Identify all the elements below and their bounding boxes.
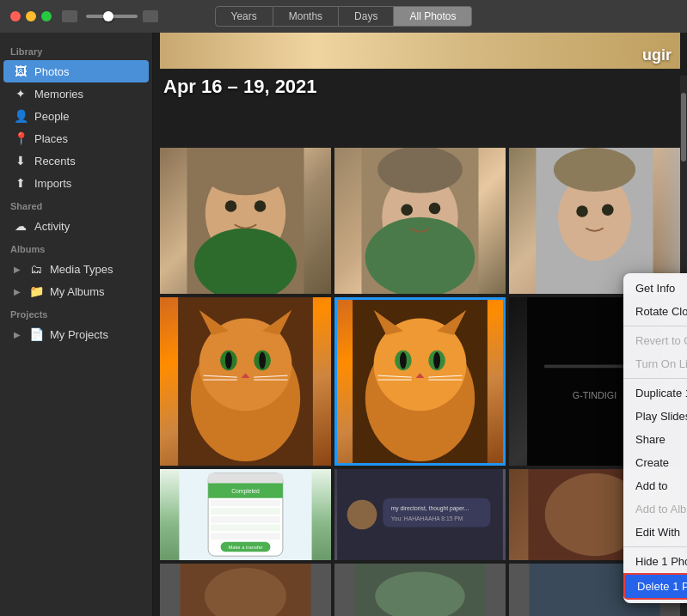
menu-separator-2 <box>623 378 687 379</box>
svg-point-26 <box>259 352 266 369</box>
fullscreen-button[interactable] <box>41 11 52 21</box>
sidebar: Library 🖼 Photos ✦ Memories 👤 People 📍 P… <box>0 33 153 616</box>
svg-rect-58 <box>211 533 280 540</box>
menu-item-play-slideshow[interactable]: Play Slideshow <box>623 405 687 428</box>
library-section-label: Library <box>0 40 152 60</box>
svg-point-25 <box>225 352 232 369</box>
svg-rect-55 <box>211 508 280 515</box>
photo-baby-1[interactable] <box>160 148 331 294</box>
my-albums-icon: 📁 <box>29 284 43 298</box>
close-button[interactable] <box>10 11 21 21</box>
svg-point-3 <box>225 200 237 212</box>
svg-point-62 <box>347 500 377 530</box>
photo-phone-screenshot[interactable]: Completed Make a transfer <box>160 469 331 560</box>
svg-text:Completed: Completed <box>231 488 260 495</box>
sidebar-item-places[interactable]: 📍 Places <box>3 127 149 149</box>
menu-item-edit-with[interactable]: Edit With ▶ <box>623 521 687 544</box>
people-icon: 👤 <box>14 109 28 123</box>
sidebar-item-my-projects[interactable]: ▶ 📄 My Projects <box>3 323 149 345</box>
zoom-track[interactable] <box>86 15 138 18</box>
menu-item-share[interactable]: Share ▶ <box>623 428 687 451</box>
menu-separator-3 <box>623 546 687 547</box>
bottom-row <box>153 560 687 616</box>
menu-separator-1 <box>623 326 687 326</box>
sidebar-item-activity[interactable]: ☁ Activity <box>3 215 149 237</box>
menu-item-revert-to-original: Revert to Original <box>623 329 687 352</box>
zoom-slider-container <box>86 15 138 18</box>
menu-item-add-to-album: Add to Album <box>623 497 687 521</box>
sidebar-item-photos[interactable]: 🖼 Photos <box>3 60 149 82</box>
sidebar-item-my-albums-label: My Albums <box>50 285 105 298</box>
photo-baby-2[interactable] <box>334 148 506 294</box>
sidebar-item-media-types[interactable]: ▶ 🗂 Media Types <box>3 258 149 280</box>
menu-item-duplicate[interactable]: Duplicate 1 Photo <box>623 381 687 405</box>
sidebar-item-people-label: People <box>34 110 69 123</box>
content-area: ugir Apr 16 – 19, 2021 <box>153 33 687 616</box>
second-row: G-TINDIGI <box>153 294 687 466</box>
tab-years[interactable]: Years <box>215 6 273 27</box>
sidebar-item-memories[interactable]: ✦ Memories <box>3 82 149 105</box>
photo-bottom-1[interactable] <box>160 564 331 616</box>
sidebar-item-imports[interactable]: ⬆ Imports <box>3 172 149 194</box>
svg-rect-54 <box>211 500 280 507</box>
photo-chat[interactable]: my directorist, thought paper... You: HA… <box>334 469 506 560</box>
photo-bottom-2[interactable] <box>334 564 506 616</box>
svg-point-8 <box>401 204 413 216</box>
tab-days[interactable]: Days <box>339 6 394 27</box>
menu-item-rotate-clockwise[interactable]: Rotate Clockwise <box>623 300 687 323</box>
menu-item-hide-1-photo[interactable]: Hide 1 Photo <box>623 550 687 573</box>
places-icon: 📍 <box>14 131 28 145</box>
photos-icon: 🖼 <box>14 64 28 78</box>
sidebar-item-people[interactable]: 👤 People <box>3 105 149 127</box>
shared-section-label: Shared <box>0 194 152 215</box>
sidebar-item-recents[interactable]: ⬇ Recents <box>3 149 149 172</box>
svg-rect-56 <box>211 516 280 523</box>
menu-item-turn-on-live-photo: Turn On Live Photo <box>623 352 687 375</box>
sidebar-item-media-types-label: Media Types <box>50 263 113 276</box>
my-projects-icon: 📄 <box>29 327 43 341</box>
svg-rect-63 <box>383 498 490 528</box>
photo-baby-3[interactable] <box>509 148 680 294</box>
expand-button[interactable] <box>143 10 158 22</box>
sidebar-item-recents-label: Recents <box>34 155 76 168</box>
svg-text:G-TINDIGI: G-TINDIGI <box>573 390 616 400</box>
menu-item-add-to[interactable]: Add to ▶ <box>623 474 687 497</box>
strip-text: ugir <box>642 46 672 64</box>
phone-screenshot-bg: Completed Make a transfer <box>160 469 331 560</box>
my-projects-disclosure-icon: ▶ <box>14 330 21 339</box>
svg-point-15 <box>576 205 588 217</box>
svg-point-17 <box>554 148 635 192</box>
cat-selected-bg <box>334 297 506 466</box>
minimize-button[interactable] <box>26 11 36 21</box>
menu-item-get-info[interactable]: Get Info <box>623 277 687 300</box>
tab-months[interactable]: Months <box>273 6 339 27</box>
svg-rect-57 <box>211 525 280 532</box>
traffic-lights <box>0 11 52 21</box>
memories-icon: ✦ <box>14 87 28 101</box>
photo-cat-1[interactable] <box>160 297 331 466</box>
menu-item-create[interactable]: Create ▶ <box>623 451 687 474</box>
tab-all-photos[interactable]: All Photos <box>394 6 472 27</box>
baby-photos-row <box>153 105 687 294</box>
title-bar: Years Months Days All Photos <box>0 0 687 33</box>
content-inner: ugir Apr 16 – 19, 2021 <box>153 33 687 616</box>
third-row: Completed Make a transfer <box>153 466 687 560</box>
svg-text:Make a transfer: Make a transfer <box>228 545 262 550</box>
sidebar-item-imports-label: Imports <box>34 177 71 190</box>
svg-rect-51 <box>208 473 283 484</box>
sidebar-item-memories-label: Memories <box>34 88 83 101</box>
baby-face-1-bg <box>160 148 331 294</box>
sidebar-item-my-projects-label: My Projects <box>50 328 108 341</box>
context-menu: Get Info Rotate Clockwise Revert to Orig… <box>623 273 687 603</box>
menu-item-delete-1-photo[interactable]: Delete 1 Photo <box>623 573 687 600</box>
sidebar-toggle[interactable] <box>62 10 77 22</box>
media-types-disclosure-icon: ▶ <box>14 265 21 274</box>
photo-cat-selected[interactable] <box>334 297 506 466</box>
activity-icon: ☁ <box>14 219 28 233</box>
svg-point-40 <box>433 352 440 369</box>
partial-top-strip: ugir <box>160 33 680 69</box>
projects-section-label: Projects <box>0 302 152 323</box>
zoom-thumb[interactable] <box>103 11 113 21</box>
sidebar-item-my-albums[interactable]: ▶ 📁 My Albums <box>3 280 149 302</box>
date-header: Apr 16 – 19, 2021 <box>153 69 687 105</box>
